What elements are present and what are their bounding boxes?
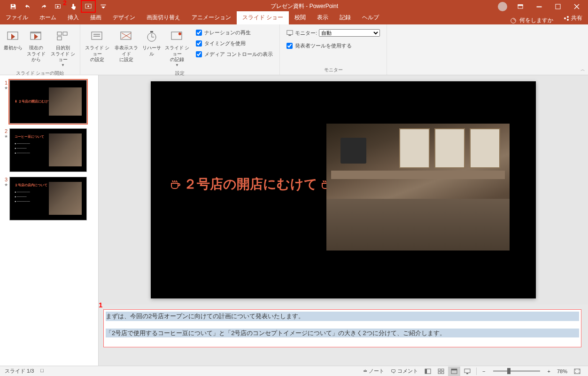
notes-line-2[interactable]: 「2号店で使用するコーヒー豆について」と「2号店のコンセプトイメージについて」の… [106,329,579,338]
quick-access-toolbar: 2 [0,0,111,13]
play-narrations-checkbox[interactable]: ナレーションの再生 [196,29,273,36]
record-slideshow-button[interactable]: スライド ショー の記録 ▼ [163,27,191,69]
hide-slide-button[interactable]: 非表示スライド に設定 [112,27,140,65]
slide-thumbnails-panel: 1★ ⬇ ２号店の開店にむけて ⬇ 2★ コーヒー豆について ● ───────… [0,75,99,366]
custom-slideshow-label: 目的別 スライド ショー [50,45,76,63]
slide-sorter-view-icon[interactable] [435,367,447,376]
slide-thumbnail-3[interactable]: 3★ ２号店の店内について ● ──────── ● ────── ● ────… [0,176,98,224]
slideshow-view-icon[interactable] [461,367,473,376]
ribbon-display-options-icon[interactable] [511,0,530,13]
maximize-button[interactable] [549,0,567,13]
hide-slide-label: 非表示スライド に設定 [113,45,139,63]
notes-line-1[interactable]: まずは、今回の2号店オープンに向けての計画について発表いたします。 [106,312,579,321]
from-beginning-label: 最初から [4,45,23,51]
share-button[interactable]: 共有 [558,12,588,24]
svg-rect-14 [31,32,41,33]
use-presenter-view-checkbox[interactable]: 発表者ツールを使用する [283,39,356,52]
svg-rect-35 [451,369,457,370]
dropdown-arrow-icon: ▼ [61,63,65,67]
setup-slideshow-label: スライド ショー の設定 [84,45,110,63]
collapse-ribbon-icon[interactable]: ︿ [580,66,585,73]
tab-insert[interactable]: 挿入 [62,11,85,24]
tab-review[interactable]: 校閲 [289,11,311,24]
slide-title-text[interactable]: ２号店の開店にむけて [170,175,332,193]
svg-rect-20 [93,36,100,37]
tab-slideshow[interactable]: スライド ショー [237,11,289,24]
editor-area: ２号店の開店にむけて 1 まずは、今回の2号店オープンに向けての計画について発表… [99,75,588,366]
svg-rect-30 [438,369,441,371]
tab-transitions[interactable]: 画面切り替え [141,11,186,24]
start-from-current-slide-icon[interactable] [81,0,96,13]
ribbon-group-setup-label: 設定 [83,69,277,78]
tab-record[interactable]: 記録 [334,11,356,24]
slide-image-cafe[interactable] [326,124,510,251]
language-indicator-icon[interactable]: □ [40,368,44,375]
tab-animations[interactable]: アニメーション [186,11,237,24]
comments-button[interactable]: 🗨 コメント [388,366,421,376]
ribbon-tabs: ファイル ホーム 挿入 描画 デザイン 画面切り替え アニメーション スライド … [0,13,588,24]
zoom-in-button[interactable]: + [545,367,553,376]
animation-star-icon: ★ [4,134,8,139]
svg-rect-27 [288,35,291,36]
svg-rect-17 [57,37,62,40]
notes-pane[interactable]: 1 まずは、今回の2号店オープンに向けての計画について発表いたします。 「2号店… [99,305,588,366]
svg-rect-26 [287,31,293,35]
share-label: 共有 [571,14,582,22]
notes-toggle-button[interactable]: ≐ ノート [360,366,387,376]
minimize-button[interactable] [530,0,549,13]
animation-star-icon: ★ [4,182,8,187]
svg-rect-29 [425,369,427,374]
slide-indicator[interactable]: スライド 1/3 [5,368,34,375]
svg-rect-19 [93,34,100,35]
tell-me-search[interactable]: 何をしますか [510,16,553,24]
svg-point-2 [87,5,89,7]
qat-customize-dropdown-icon[interactable] [96,0,111,13]
from-current-slide-button[interactable]: 現在の スライドから [24,27,48,65]
slide-canvas[interactable]: ２号店の開店にむけて [151,81,536,298]
window-title: プレゼン資料 - PowerPoint [111,2,498,10]
fit-to-window-icon[interactable] [571,367,583,376]
redo-icon[interactable] [36,0,51,13]
from-beginning-button[interactable]: 最初から [3,27,23,53]
show-media-controls-checkbox[interactable]: メディア コントロールの表示 [196,51,273,58]
rehearse-timings-button[interactable]: リハーサル [141,27,162,59]
from-current-label: 現在の スライドから [25,45,47,63]
setup-slideshow-button[interactable]: スライド ショー の設定 [83,27,111,65]
svg-rect-36 [464,369,470,373]
svg-rect-23 [150,31,153,32]
tab-home[interactable]: ホーム [34,11,62,24]
user-account-area[interactable] [498,2,507,11]
tab-draw[interactable]: 描画 [85,11,107,24]
tab-design[interactable]: デザイン [107,11,141,24]
animation-star-icon: ★ [4,86,8,90]
window-controls [511,0,588,13]
ribbon-group-monitors: モニター: 自動 発表者ツールを使用する モニター [280,24,387,75]
ribbon-group-monitors-label: モニター [283,66,384,75]
svg-rect-31 [441,369,444,371]
undo-icon[interactable] [21,0,36,13]
touch-mode-icon[interactable]: 2 [66,0,81,13]
zoom-slider[interactable] [493,370,540,372]
zoom-out-button[interactable]: − [480,367,488,376]
annotation-badge-1: 1 [99,301,102,309]
tab-help[interactable]: ヘルプ [356,11,385,24]
reading-view-icon[interactable] [448,367,460,376]
slide-canvas-area[interactable]: ２号店の開店にむけて [99,75,588,305]
tab-file[interactable]: ファイル [0,11,34,24]
svg-rect-15 [57,32,62,35]
zoom-level[interactable]: 78% [554,367,570,376]
annotation-badge-2: 2 [63,0,67,7]
use-timings-checkbox[interactable]: タイミングを使用 [196,40,273,47]
slide-thumbnail-1[interactable]: 1★ ⬇ ２号店の開店にむけて ⬇ [0,79,98,127]
tell-me-label: 何をしますか [519,16,553,24]
close-button[interactable] [567,0,586,13]
custom-slideshow-button[interactable]: 目的別 スライド ショー ▼ [49,27,77,69]
slide-thumbnail-2[interactable]: 2★ コーヒー豆について ● ──────── ● ────── ● ─────… [0,127,98,176]
tab-view[interactable]: 表示 [311,11,334,24]
monitor-select[interactable]: 自動 [319,29,380,37]
normal-view-icon[interactable] [422,367,434,376]
svg-rect-33 [441,372,444,374]
save-icon[interactable] [6,0,21,13]
monitor-icon [286,30,293,36]
coffee-cup-icon [170,179,181,190]
